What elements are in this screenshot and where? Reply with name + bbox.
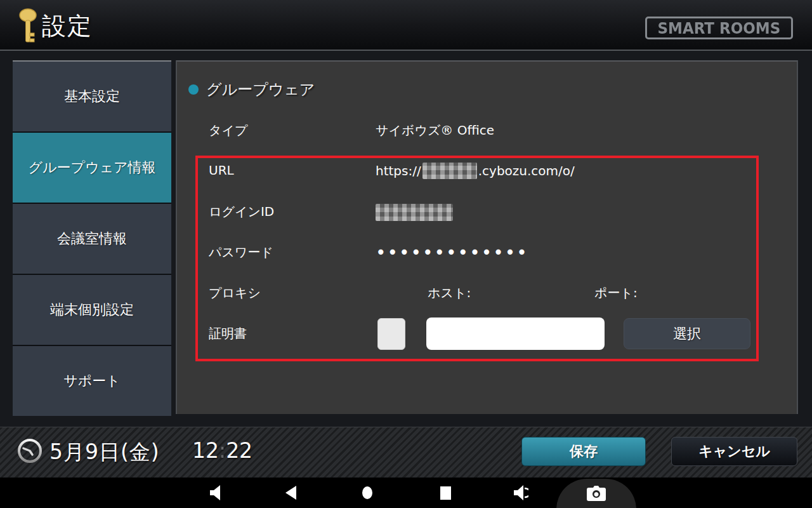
page-title: 設定 — [42, 10, 93, 43]
status-date: 5月9日(金) — [49, 438, 160, 467]
select-button-label: 選択 — [673, 324, 701, 344]
password-label: パスワード — [209, 244, 273, 261]
home-button-icon[interactable] — [361, 478, 374, 508]
key-icon — [18, 8, 39, 47]
time-colon: : — [219, 438, 226, 463]
settings-sidebar: 基本設定 グループウェア情報 会議室情報 端末個別設定 サポート — [13, 60, 171, 415]
time-hours: 12 — [192, 438, 219, 463]
sidebar-item-device-settings[interactable]: 端末個別設定 — [13, 275, 171, 345]
field-row-login-id: ログインID — [177, 203, 799, 221]
sidebar-item-label: グループウェア情報 — [28, 158, 155, 177]
back-button-icon[interactable] — [284, 478, 297, 508]
certificate-label: 証明書 — [209, 325, 247, 342]
url-value: https:// .cybozu.com/o/ — [376, 163, 575, 179]
type-value: サイボウズ® Office — [376, 122, 494, 139]
section-bullet-icon — [188, 84, 199, 95]
sidebar-item-meeting-room-info[interactable]: 会議室情報 — [13, 204, 171, 274]
url-prefix: https:// — [376, 163, 421, 178]
login-id-value — [376, 203, 453, 221]
smart-rooms-settings-screen: 設定 SMART ROOMS 基本設定 グループウェア情報 会議室情報 端末個別… — [0, 0, 812, 508]
url-masked-segment — [422, 163, 477, 179]
smart-rooms-logo-text: SMART ROOMS — [658, 19, 781, 37]
certificate-select-button[interactable]: 選択 — [624, 318, 750, 349]
clock-icon — [16, 437, 43, 467]
proxy-host-label: ホスト: — [428, 284, 471, 302]
save-button[interactable]: 保存 — [521, 437, 646, 466]
field-row-type: タイプ サイボウズ® Office — [177, 122, 799, 140]
url-label: URL — [209, 163, 234, 178]
field-row-url: URL https:// .cybozu.com/o/ — [177, 163, 799, 180]
sidebar-item-label: 端末個別設定 — [50, 300, 134, 319]
bottom-action-bar: 5月9日(金) 12:22 保存 キャンセル — [0, 427, 812, 478]
volume-up-icon[interactable] — [513, 478, 529, 508]
sidebar-item-label: 会議室情報 — [57, 229, 127, 248]
certificate-checkbox[interactable] — [377, 318, 405, 350]
time-minutes: 22 — [226, 438, 252, 463]
login-id-masked-segment — [376, 204, 453, 221]
cancel-button[interactable]: キャンセル — [671, 437, 797, 466]
sidebar-item-basic-settings[interactable]: 基本設定 — [13, 62, 171, 131]
smart-rooms-logo: SMART ROOMS — [645, 17, 793, 39]
certificate-file-input[interactable] — [426, 318, 605, 350]
save-button-label: 保存 — [570, 442, 598, 461]
sidebar-item-support[interactable]: サポート — [13, 346, 171, 416]
proxy-port-label: ポート: — [594, 284, 638, 302]
cancel-button-label: キャンセル — [698, 442, 770, 461]
field-row-password: パスワード ••••••••••••• — [177, 244, 799, 262]
password-masked-value: ••••••••••••• — [376, 244, 528, 262]
app-header: 設定 SMART ROOMS — [0, 0, 812, 51]
sidebar-item-groupware-info[interactable]: グループウェア情報 — [13, 133, 171, 203]
sidebar-item-label: サポート — [63, 371, 121, 391]
proxy-label: プロキシ — [209, 284, 261, 302]
type-label: タイプ — [209, 122, 247, 139]
camera-button[interactable] — [556, 479, 636, 508]
url-suffix: .cybozu.com/o/ — [478, 163, 575, 178]
status-time: 12:22 — [192, 438, 252, 463]
recent-apps-icon[interactable] — [439, 478, 452, 508]
login-id-label: ログインID — [209, 203, 274, 220]
field-row-proxy: プロキシ ホスト: ポート: — [177, 284, 799, 302]
camera-icon — [587, 485, 606, 502]
sidebar-item-label: 基本設定 — [64, 87, 120, 106]
section-title: グループウェア — [206, 79, 315, 100]
android-nav-bar — [0, 478, 812, 508]
volume-down-icon[interactable] — [208, 478, 223, 508]
groupware-settings-panel: グループウェア タイプ サイボウズ® Office URL https:// .… — [176, 60, 798, 414]
